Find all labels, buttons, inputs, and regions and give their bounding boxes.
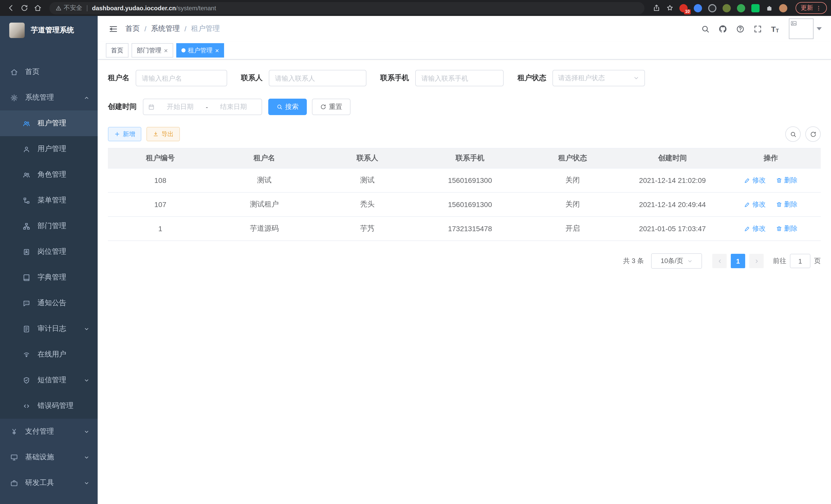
next-page-button[interactable] bbox=[749, 254, 764, 268]
browser-back-button[interactable] bbox=[4, 1, 18, 14]
sidebar-item-sms[interactable]: 短信管理 bbox=[0, 367, 98, 393]
sidebar-item-dept[interactable]: 部门管理 bbox=[0, 213, 98, 239]
fullscreen-button[interactable] bbox=[749, 16, 766, 41]
page-number-current[interactable]: 1 bbox=[731, 254, 745, 268]
edit-link[interactable]: 修改 bbox=[744, 176, 766, 185]
mobile-input[interactable] bbox=[415, 70, 504, 86]
sidebar-item-user[interactable]: 用户管理 bbox=[0, 136, 98, 162]
tag-close-icon[interactable]: × bbox=[164, 47, 168, 54]
extension-icon-1[interactable]: 10 bbox=[679, 4, 688, 12]
not-secure-warning[interactable]: 不安全 bbox=[56, 4, 82, 12]
delete-link[interactable]: 删除 bbox=[776, 176, 798, 185]
sidebar-item-role[interactable]: 角色管理 bbox=[0, 162, 98, 187]
extension-icon-2[interactable] bbox=[694, 4, 702, 12]
tag-label: 租户管理 bbox=[188, 46, 212, 55]
trash-icon bbox=[776, 177, 782, 183]
edit-link[interactable]: 修改 bbox=[744, 200, 766, 209]
chat-icon bbox=[23, 299, 30, 307]
font-size-button[interactable]: TT bbox=[766, 16, 784, 41]
export-button[interactable]: 导出 bbox=[146, 127, 180, 141]
breadcrumb-item[interactable]: 首页 bbox=[125, 24, 140, 33]
extension-icon-4[interactable] bbox=[722, 4, 731, 12]
sidebar-item-notice[interactable]: 通知公告 bbox=[0, 290, 98, 316]
trash-icon bbox=[776, 201, 782, 208]
edit-link[interactable]: 修改 bbox=[744, 224, 766, 233]
tag-tenant-active[interactable]: 租户管理 × bbox=[176, 43, 224, 58]
tag-dept[interactable]: 部门管理 × bbox=[132, 43, 173, 58]
sidebar-item-home[interactable]: 首页 bbox=[0, 59, 98, 85]
browser-refresh-button[interactable] bbox=[18, 1, 31, 14]
sidebar-item-dict[interactable]: 字典管理 bbox=[0, 265, 98, 290]
tag-home[interactable]: 首页 bbox=[106, 43, 128, 58]
chevron-down-icon bbox=[84, 326, 89, 332]
reset-button[interactable]: 重置 bbox=[312, 99, 350, 115]
goto-page-input[interactable] bbox=[790, 254, 810, 268]
help-button[interactable] bbox=[731, 16, 749, 41]
address-bar[interactable]: 不安全 dashboard.yudao.iocoder.cn/system/te… bbox=[49, 2, 644, 14]
sidebar-item-auditlog[interactable]: 审计日志 bbox=[0, 316, 98, 342]
sidebar-item-label: 首页 bbox=[25, 67, 39, 77]
share-button[interactable] bbox=[650, 1, 663, 14]
cell-tenant-id: 1 bbox=[108, 216, 213, 241]
cell-mobile: 15601691300 bbox=[419, 192, 521, 216]
cell-created: 2021-12-14 21:02:09 bbox=[624, 168, 721, 192]
pencil-icon bbox=[744, 226, 750, 232]
refresh-table-button[interactable] bbox=[805, 126, 821, 142]
add-button[interactable]: 新增 bbox=[108, 127, 141, 141]
column-header: 租户编号 bbox=[108, 148, 213, 168]
tag-close-icon[interactable]: × bbox=[215, 47, 219, 54]
sidebar-item-system[interactable]: 系统管理 bbox=[0, 85, 98, 111]
cell-created: 2021-01-05 17:03:47 bbox=[624, 216, 721, 241]
status-select[interactable]: 请选择租户状态 bbox=[552, 70, 645, 86]
sidebar-item-devtools[interactable]: 研发工具 bbox=[0, 470, 98, 496]
extension-icon-5[interactable] bbox=[737, 4, 745, 12]
sidebar-item-tenant[interactable]: 租户管理 bbox=[0, 111, 98, 136]
prev-page-button[interactable] bbox=[712, 254, 727, 268]
sidebar-item-post[interactable]: 岗位管理 bbox=[0, 239, 98, 265]
extension-icon-3[interactable] bbox=[708, 4, 716, 12]
app-logo[interactable]: 芋道管理系统 bbox=[0, 16, 98, 45]
date-range-picker[interactable]: 开始日期 - 结束日期 bbox=[143, 99, 262, 115]
home-icon bbox=[10, 68, 18, 76]
tags-view: 首页 部门管理 × 租户管理 × bbox=[98, 41, 831, 60]
sidebar-item-menu[interactable]: 菜单管理 bbox=[0, 187, 98, 213]
delete-link[interactable]: 删除 bbox=[776, 224, 798, 233]
extension-icon-6[interactable] bbox=[751, 4, 760, 12]
fullscreen-icon bbox=[753, 24, 762, 33]
search-button[interactable]: 搜索 bbox=[268, 99, 307, 115]
date-end-placeholder: 结束日期 bbox=[210, 102, 257, 112]
cell-status: 关闭 bbox=[521, 168, 624, 192]
sidebar-item-label: 通知公告 bbox=[37, 298, 66, 308]
extensions-puzzle-icon[interactable] bbox=[763, 1, 776, 14]
browser-update-button[interactable]: 更新 bbox=[796, 2, 827, 14]
font-size-icon: TT bbox=[771, 24, 779, 33]
header-search-button[interactable] bbox=[696, 16, 714, 41]
breadcrumb-item[interactable]: 系统管理 bbox=[151, 24, 180, 33]
cell-actions: 修改 删除 bbox=[721, 216, 821, 241]
extension-badge: 10 bbox=[684, 9, 691, 14]
sidebar-item-payment[interactable]: 支付管理 bbox=[0, 419, 98, 444]
column-header: 联系人 bbox=[316, 148, 419, 168]
cell-status: 关闭 bbox=[521, 192, 624, 216]
github-button[interactable] bbox=[714, 16, 731, 41]
filter-row-2: 创建时间 开始日期 - 结束日期 搜索 重置 bbox=[108, 99, 821, 115]
tenant-name-input[interactable] bbox=[136, 70, 227, 86]
sidebar-item-infra[interactable]: 基础设施 bbox=[0, 444, 98, 470]
table-row: 1 芋道源码 芋艿 17321315478 开启 2021-01-05 17:0… bbox=[108, 216, 821, 241]
sidebar-item-online[interactable]: 在线用户 bbox=[0, 342, 98, 367]
page-size-select[interactable]: 10条/页 bbox=[651, 253, 702, 269]
kebab-menu-icon[interactable] bbox=[815, 5, 822, 11]
bookmark-star-button[interactable] bbox=[663, 1, 676, 14]
contact-input[interactable] bbox=[269, 70, 366, 86]
sidebar-item-label: 用户管理 bbox=[37, 144, 66, 154]
cell-contact: 秃头 bbox=[316, 192, 419, 216]
tag-label: 部门管理 bbox=[137, 46, 161, 55]
toggle-search-button[interactable] bbox=[785, 126, 801, 142]
avatar-caret-down-icon[interactable] bbox=[816, 27, 822, 30]
sidebar-toggle-button[interactable] bbox=[105, 16, 121, 41]
sidebar-item-errorcode[interactable]: 错误码管理 bbox=[0, 393, 98, 419]
browser-profile-avatar[interactable] bbox=[779, 4, 787, 12]
browser-home-button[interactable] bbox=[31, 1, 44, 14]
delete-link[interactable]: 删除 bbox=[776, 200, 798, 209]
user-avatar[interactable] bbox=[789, 19, 813, 39]
